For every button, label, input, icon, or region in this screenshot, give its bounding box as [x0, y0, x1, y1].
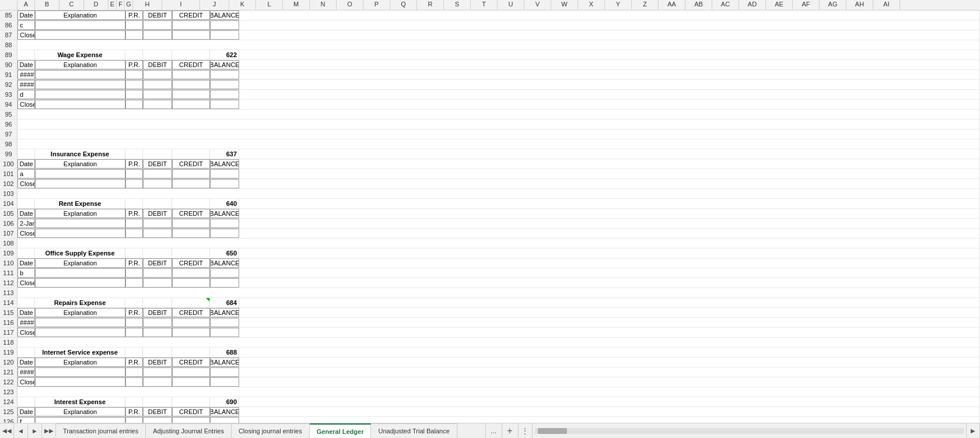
col-header-ag[interactable]: AG — [820, 0, 846, 10]
table-row: 104 Rent Expense 640 — [0, 199, 980, 209]
col-header-t[interactable]: T — [471, 0, 498, 10]
col-header-af[interactable]: AF — [793, 0, 820, 10]
tab-closing-journal[interactable]: Closing journal entries — [232, 423, 310, 438]
cell-89-title: Wage Expense — [35, 50, 125, 59]
cell-86-a[interactable]: c — [18, 20, 35, 30]
col-header-x[interactable]: X — [578, 0, 605, 10]
cell-85-debit[interactable]: DEBIT — [143, 10, 172, 20]
tab-nav-next[interactable]: ▶ — [28, 423, 42, 438]
tab-more-button[interactable]: ... — [485, 423, 502, 438]
table-row[interactable]: 89 Wage Expense 622 — [0, 50, 980, 60]
col-header-b[interactable]: B — [35, 0, 60, 10]
table-row[interactable]: 125 Date Explanation P.R. DEBIT CREDIT B… — [0, 407, 980, 417]
table-row: 103 — [0, 189, 980, 199]
table-row: 109 Office Supply Expense 650 — [0, 248, 980, 258]
table-row[interactable]: 101 a — [0, 169, 980, 179]
tab-transaction-journal[interactable]: Transaction journal entries — [56, 423, 146, 438]
tab-general-ledger[interactable]: General Ledger — [310, 423, 372, 438]
table-row[interactable]: 106 2-Jan — [0, 219, 980, 229]
row-num-header — [0, 0, 18, 10]
table-row[interactable]: 93 d — [0, 90, 980, 100]
table-row[interactable]: 117 Close — [0, 328, 980, 338]
col-header-a[interactable]: A — [18, 0, 35, 10]
table-row[interactable]: 111 b — [0, 268, 980, 278]
col-header-ad[interactable]: AD — [739, 0, 766, 10]
table-row[interactable]: 92 #### — [0, 80, 980, 90]
col-header-ai[interactable]: AI — [873, 0, 900, 10]
cell-85-balance[interactable]: BALANCE — [210, 10, 239, 20]
table-row[interactable]: 100 Date Explanation P.R. DEBIT CREDIT B… — [0, 159, 980, 169]
table-row[interactable]: 110 Date Explanation P.R. DEBIT CREDIT B… — [0, 258, 980, 268]
col-header-e[interactable]: E — [108, 0, 117, 10]
table-row[interactable]: 116 #### — [0, 318, 980, 328]
col-header-j[interactable]: J — [200, 0, 229, 10]
col-header-q[interactable]: Q — [390, 0, 417, 10]
cell-85-a[interactable]: Date — [18, 10, 35, 20]
cell-86-pr[interactable] — [125, 20, 143, 30]
table-row[interactable]: 102 Close — [0, 179, 980, 189]
table-row[interactable]: 120 Date Explanation P.R. DEBIT CREDIT B… — [0, 358, 980, 367]
col-header-c[interactable]: C — [60, 0, 84, 10]
col-header-s[interactable]: S — [444, 0, 471, 10]
cell-86-credit[interactable] — [172, 20, 210, 30]
col-header-ab[interactable]: AB — [685, 0, 712, 10]
cell-89-num: 622 — [210, 50, 239, 59]
table-row[interactable]: 94 Close — [0, 100, 980, 110]
col-header-g[interactable]: G — [125, 0, 133, 10]
col-header-n[interactable]: N — [310, 0, 337, 10]
table-row: 95 — [0, 110, 980, 120]
cell-85-explanation[interactable]: Explanation — [35, 10, 125, 20]
table-row[interactable]: 85 Date Explanation P.R. DEBIT CREDIT BA… — [0, 10, 980, 20]
col-header-f[interactable]: F — [117, 0, 125, 10]
tab-options-button[interactable]: ⋮ — [518, 423, 532, 438]
cell-85-credit[interactable]: CREDIT — [172, 10, 210, 20]
col-header-p[interactable]: P — [363, 0, 390, 10]
table-row[interactable]: 105 Date Explanation P.R. DEBIT CREDIT B… — [0, 209, 980, 219]
col-header-ae[interactable]: AE — [766, 0, 793, 10]
col-header-aa[interactable]: AA — [659, 0, 685, 10]
cell-86-balance[interactable] — [210, 20, 239, 30]
tab-add-button[interactable]: + — [502, 423, 518, 438]
tab-nav-prev[interactable]: ◀ — [14, 423, 28, 438]
table-row[interactable]: 121 #### — [0, 367, 980, 377]
cell-85-pr[interactable]: P.R. — [125, 10, 143, 20]
col-header-i[interactable]: I — [162, 0, 200, 10]
col-header-z[interactable]: Z — [632, 0, 659, 10]
col-header-k[interactable]: K — [229, 0, 256, 10]
cell-86-debit[interactable] — [143, 20, 172, 30]
table-row[interactable]: 107 Close — [0, 229, 980, 239]
col-header-h[interactable]: H — [133, 0, 162, 10]
col-header-m[interactable]: M — [283, 0, 310, 10]
col-header-d[interactable]: D — [84, 0, 108, 10]
tab-unadjusted-trial[interactable]: Unadjusted Trial Balance — [371, 423, 457, 438]
cell-87-a[interactable]: Close — [18, 30, 35, 40]
horizontal-scrollbar[interactable] — [532, 423, 967, 438]
table-row[interactable]: 115 Date Explanation P.R. DEBIT CREDIT B… — [0, 308, 980, 318]
table-row: 99 Insurance Expense 637 — [0, 149, 980, 159]
scroll-right-button[interactable]: ▶ — [966, 423, 980, 438]
scroll-thumb-horizontal[interactable] — [538, 428, 567, 434]
table-row[interactable]: 91 #### — [0, 70, 980, 80]
table-row[interactable]: 126 f — [0, 417, 980, 423]
table-row: 97 — [0, 129, 980, 139]
table-row: 88 — [0, 40, 980, 50]
tab-adjusting-journal[interactable]: Adjusting Journal Entries — [146, 423, 232, 438]
spreadsheet: A B C D E F G H I J K L M N O P Q R S T … — [0, 0, 980, 423]
table-row[interactable]: 122 Close — [0, 377, 980, 387]
col-header-l[interactable]: L — [256, 0, 283, 10]
col-header-u[interactable]: U — [498, 0, 524, 10]
col-header-w[interactable]: W — [551, 0, 578, 10]
col-header-ac[interactable]: AC — [712, 0, 739, 10]
col-header-y[interactable]: Y — [605, 0, 632, 10]
tab-nav-first[interactable]: ◀◀ — [0, 423, 14, 438]
col-header-o[interactable]: O — [337, 0, 363, 10]
table-row[interactable]: 112 Close — [0, 278, 980, 288]
table-row[interactable]: 90 Date Explanation P.R. DEBIT CREDIT BA… — [0, 60, 980, 70]
table-row[interactable]: 87 Close — [0, 30, 980, 40]
col-header-v[interactable]: V — [524, 0, 551, 10]
tab-nav-last[interactable]: ▶▶ — [42, 423, 56, 438]
table-row[interactable]: 86 c — [0, 20, 980, 30]
cell-86-b[interactable] — [35, 20, 125, 30]
col-header-r[interactable]: R — [417, 0, 444, 10]
col-header-ah[interactable]: AH — [846, 0, 873, 10]
